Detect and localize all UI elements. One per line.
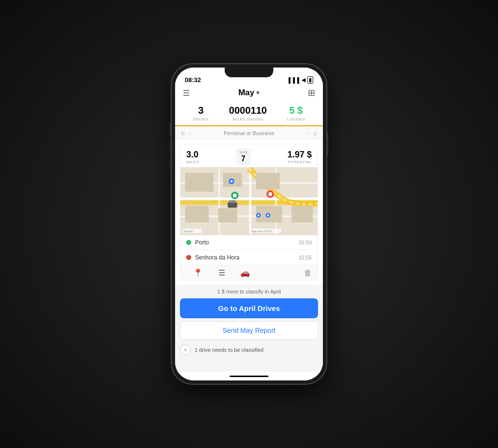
stop-start: Porto 15:50: [186, 235, 312, 250]
home-start-icon: ⌂: [181, 129, 185, 137]
stat-drives: 3 DRIVES: [193, 105, 209, 121]
drive-footer-bar: 📍 ☰ 🚗 🗑: [180, 265, 318, 280]
bottom-footer: A 1 drive needs to be classified: [180, 343, 318, 357]
car-icon[interactable]: 🚗: [233, 268, 257, 277]
stat-logged: 5 $ LOGGED: [287, 105, 305, 121]
miles-bold: 10: [256, 105, 267, 116]
drive-miles-label: MILES: [186, 160, 199, 164]
svg-rect-26: [229, 200, 236, 203]
miles-prefix: 00001: [229, 105, 256, 116]
svg-point-20: [231, 180, 233, 183]
svg-rect-10: [256, 173, 280, 190]
drive-classify-notice: 1 drive needs to be classified: [195, 347, 264, 353]
send-may-report-button[interactable]: Send May Report: [180, 321, 318, 340]
drive-date-box: SUN 7: [235, 148, 251, 165]
stop-end-time: 15:55: [298, 255, 312, 260]
location-icon[interactable]: 📍: [186, 268, 210, 277]
battery-icon: ▮: [307, 76, 313, 84]
app-header: ☰ May ▾ ⊞: [175, 86, 323, 102]
stats-row: 3 DRIVES 0000110 MILES DRIVEN 5 $ LOGGED: [175, 102, 323, 126]
signal-icon: ▐▐▐: [287, 77, 300, 83]
svg-text:Google: Google: [184, 230, 193, 233]
drive-date-day: SUN: [239, 150, 248, 155]
svg-rect-12: [218, 208, 237, 223]
svg-point-24: [267, 214, 269, 216]
svg-point-22: [258, 214, 260, 216]
phone-frame: 08:32 ▐▐▐ ◀ ▮ ☰ May ▾ ⊞ 3 DRIVES: [171, 64, 327, 384]
drive-potential-container: 1.97 $ POTENTIAL: [287, 150, 312, 164]
logged-label: LOGGED: [287, 117, 305, 121]
chart-icon[interactable]: ⊞: [308, 87, 315, 98]
miles-label: MILES DRIVEN: [229, 117, 267, 121]
route-stops: Porto 15:50 Senhora da Hora 15:55: [180, 235, 318, 265]
notch: [225, 68, 273, 77]
delete-icon[interactable]: 🗑: [304, 269, 312, 277]
header-title-container[interactable]: May ▾: [238, 88, 259, 98]
menu-icon[interactable]: ☰: [183, 88, 190, 98]
drive-miles-container: 3.0 MILES: [186, 150, 199, 164]
stop-start-time: 15:50: [298, 240, 312, 245]
stop-end: Senhora da Hora 15:55: [186, 250, 312, 265]
status-time: 08:32: [185, 76, 201, 84]
wifi-icon: ◀: [302, 77, 305, 83]
avatar: A: [180, 345, 191, 355]
drive-potential-label: POTENTIAL: [287, 160, 312, 164]
logged-value: 5 $: [287, 105, 305, 116]
classify-text: 1 $ more to classify in April: [180, 289, 318, 294]
stat-miles: 0000110 MILES DRIVEN: [229, 105, 267, 121]
drive-card: 3.0 MILES SUN 7 1.97 $ POTENTIAL: [180, 144, 318, 281]
list-icon[interactable]: ☰: [210, 268, 233, 277]
svg-rect-3: [249, 168, 251, 234]
svg-point-18: [268, 192, 272, 196]
drive-card-header: 3.0 MILES SUN 7 1.97 $ POTENTIAL: [180, 144, 318, 167]
home-end-icon: ⌂: [313, 129, 317, 137]
svg-point-16: [233, 193, 237, 197]
stop-end-name: Senhora da Hora: [195, 254, 298, 261]
dropdown-arrow: ▾: [256, 89, 259, 96]
route-header: ⌂ ← Personal or Business → ⌂: [175, 126, 323, 140]
month-title: May: [238, 88, 254, 98]
phone-screen: 08:32 ▐▐▐ ◀ ▮ ☰ May ▾ ⊞ 3 DRIVES: [175, 68, 323, 380]
status-icons: ▐▐▐ ◀ ▮: [287, 76, 313, 84]
drive-miles: 3.0: [186, 150, 199, 160]
svg-rect-8: [185, 173, 213, 192]
left-arrow: ←: [188, 130, 193, 136]
bottom-section: 1 $ more to classify in April Go to Apri…: [175, 285, 323, 372]
stop-start-name: Porto: [195, 239, 298, 246]
home-indicator: [175, 372, 323, 380]
home-bar: [230, 376, 268, 377]
svg-rect-4: [218, 168, 220, 234]
svg-text:Map data ©2023: Map data ©2023: [251, 230, 272, 233]
stop-dot-green: [186, 240, 191, 245]
route-label: Personal or Business: [196, 130, 302, 136]
map-container: Google Map data ©2023: [180, 167, 318, 235]
drives-value: 3: [193, 105, 209, 116]
svg-rect-11: [185, 206, 209, 223]
drive-date-num: 7: [239, 155, 248, 163]
miles-value: 0000110: [229, 105, 267, 116]
svg-rect-14: [292, 206, 313, 223]
drive-potential-val: 1.97 $: [287, 150, 312, 160]
stop-dot-red: [186, 255, 191, 260]
drives-label: DRIVES: [193, 117, 209, 121]
right-arrow: →: [305, 130, 310, 136]
go-to-april-button[interactable]: Go to April Drives: [180, 298, 318, 318]
